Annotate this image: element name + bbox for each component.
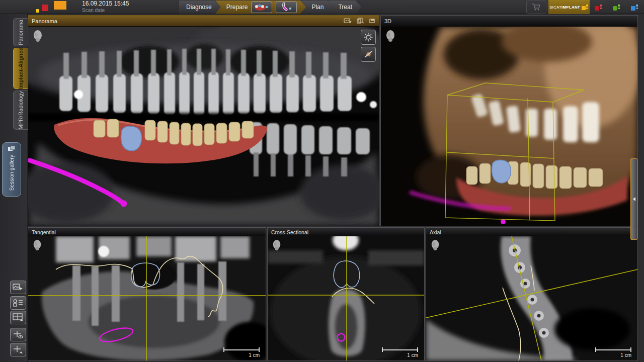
- hide-objects-icon: [364, 50, 373, 59]
- brand-prefix: SICAT: [549, 5, 561, 10]
- reset-layout-button[interactable]: [10, 311, 26, 324]
- dental-arch-plus-icon: [253, 3, 270, 12]
- axial-pane-title: Axial: [430, 229, 441, 235]
- tangential-slice-image: [28, 236, 266, 360]
- cross-sectional-viewport[interactable]: 1 cm: [268, 236, 424, 360]
- pane-maximize-icon[interactable]: [369, 18, 375, 24]
- app-red-squares-icon: [594, 3, 603, 11]
- panorama-pane-title: Panorama: [32, 18, 57, 24]
- pane-screenshot-icon[interactable]: [344, 18, 352, 24]
- hide-objects-button[interactable]: [361, 47, 376, 62]
- collapse-left-arrow-icon: [633, 197, 635, 201]
- scale-bar-line: [595, 347, 631, 352]
- panorama-xray-image: [28, 27, 379, 226]
- sicat-logo-icon: [35, 1, 76, 14]
- reset-crosshairs-button[interactable]: [10, 343, 26, 356]
- orientation-head-icon: [32, 30, 43, 43]
- 3d-pane-header: 3D: [381, 16, 637, 27]
- implant-app-squares-icon: [582, 3, 589, 11]
- workflow-step-prepare[interactable]: Prepare: [215, 1, 306, 14]
- sun-icon: [364, 33, 373, 42]
- workflow-tab-panorama[interactable]: Panorama: [13, 18, 28, 46]
- 3d-volume-render: [381, 27, 637, 226]
- scale-bar-line: [223, 347, 260, 352]
- scale-bar-label: 1 cm: [223, 352, 260, 358]
- tangential-viewport[interactable]: 1 cm: [28, 236, 266, 360]
- app-green-button[interactable]: [608, 0, 626, 14]
- 3d-viewport[interactable]: [381, 27, 637, 226]
- planned-implant-crown[interactable]: [121, 126, 142, 151]
- 3d-pane: 3D: [380, 15, 638, 226]
- orientation-head-icon: [430, 239, 440, 251]
- workflow-tab-implant-aligned[interactable]: Implant-Aligned: [13, 48, 28, 89]
- brand-suffix: IMPLANT: [561, 5, 580, 10]
- orientation-head-icon: [385, 30, 396, 43]
- panorama-pane-header: Panorama: [28, 16, 379, 27]
- shop-button[interactable]: [526, 1, 546, 14]
- 3d-pane-title: 3D: [384, 18, 391, 24]
- scan-datetime: 16.09.2015 15:45: [82, 1, 129, 7]
- save-screenshot-button[interactable]: [10, 281, 26, 294]
- copy-view-button[interactable]: [10, 296, 26, 310]
- scale-bar-label: 1 cm: [382, 352, 418, 358]
- cross-sectional-pane-title: Cross-Sectional: [271, 229, 308, 235]
- panorama-viewport[interactable]: [28, 27, 379, 226]
- cross-sectional-pane: Cross-Sectional: [267, 227, 425, 361]
- tangential-pane-title: Tangential: [32, 229, 56, 235]
- sicat-implant-window: 16.09.2015 15:45 Scan date Diagnose Prep…: [0, 0, 644, 362]
- axial-viewport[interactable]: 1 cm: [426, 236, 637, 360]
- workflow-bar: Diagnose Prepare: [179, 0, 361, 14]
- active-app-sicat-implant[interactable]: SICATIMPLANT: [548, 0, 590, 14]
- orientation-head-icon: [32, 239, 42, 251]
- scale-bar: 1 cm: [595, 347, 631, 358]
- axial-pane-header: Axial: [426, 228, 637, 236]
- mark-mandibular-canal-button[interactable]: [276, 2, 297, 13]
- panorama-pane: Panorama: [28, 15, 379, 226]
- scan-date-label: Scan date: [82, 7, 129, 14]
- pane-copy-icon[interactable]: [357, 18, 364, 24]
- scale-bar-label: 1 cm: [595, 352, 631, 358]
- toggle-crosshairs-button[interactable]: [10, 328, 26, 341]
- orientation-head-icon: [272, 239, 282, 251]
- tangential-anatomy: [42, 236, 266, 360]
- copy-to-clipboard-icon: [13, 299, 24, 307]
- axial-slice-image: [426, 236, 637, 360]
- app-blue-squares-icon: [630, 3, 639, 11]
- tangential-pane-header: Tangential: [28, 228, 266, 236]
- application-switcher: SICATIMPLANT: [524, 0, 644, 14]
- object-bar-expander[interactable]: [630, 158, 637, 240]
- tangential-pane: Tangential: [28, 227, 266, 361]
- cart-icon: [532, 3, 541, 11]
- scan-info: 16.09.2015 15:45 Scan date: [82, 1, 129, 14]
- session-gallery-tab[interactable]: Session gallery: [2, 142, 21, 197]
- workflow-step-diagnose[interactable]: Diagnose: [179, 1, 221, 14]
- left-sidebar: Panorama Implant-Aligned MPR/Radiology S…: [0, 14, 28, 362]
- app-red-button[interactable]: [590, 0, 608, 14]
- crosshair-reset-icon: [13, 345, 24, 354]
- planned-implant-crown-3d[interactable]: [492, 160, 511, 183]
- app-blue-button[interactable]: [626, 0, 644, 14]
- cross-sectional-pane-header: Cross-Sectional: [268, 228, 424, 236]
- reset-layout-icon: [13, 313, 24, 322]
- cross-sectional-slice-image: [268, 236, 424, 360]
- top-toolbar: 16.09.2015 15:45 Scan date Diagnose Prep…: [0, 0, 644, 14]
- scale-bar: 1 cm: [223, 347, 260, 358]
- nerve-canal-plus-icon: [278, 3, 295, 12]
- scale-bar-line: [382, 347, 418, 352]
- scale-bar: 1 cm: [382, 347, 418, 358]
- brightness-contrast-button[interactable]: [361, 30, 376, 45]
- import-optical-impressions-button[interactable]: [251, 2, 272, 13]
- crosshair-eye-icon: [13, 330, 24, 339]
- screenshot-export-icon: [13, 283, 24, 292]
- gallery-icon: [8, 146, 16, 152]
- workflow-tab-mpr-radiology[interactable]: MPR/Radiology: [13, 90, 28, 130]
- app-green-squares-icon: [612, 3, 621, 11]
- axial-pane: Axial: [426, 227, 638, 361]
